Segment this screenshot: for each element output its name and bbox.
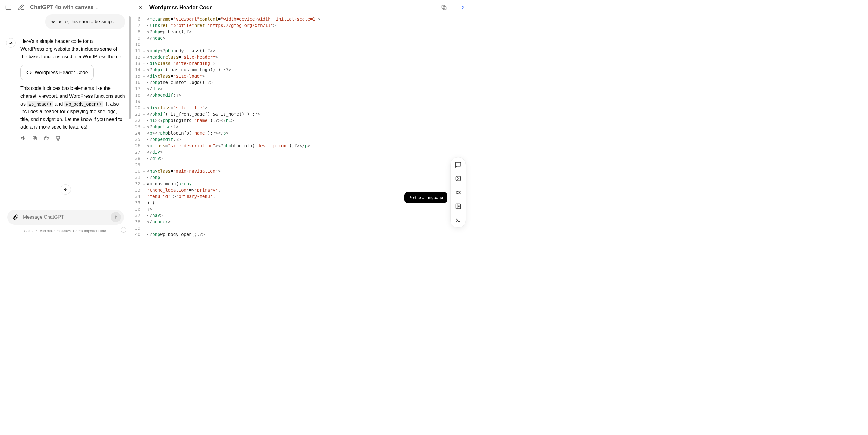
canvas-help-badge[interactable]: ?	[460, 5, 465, 10]
inline-code-1: wp_head()	[27, 101, 53, 107]
sidebar-toggle-icon[interactable]	[5, 4, 12, 11]
svg-rect-0	[6, 5, 11, 10]
conversation-scroll[interactable]: website; this should be simple Here's a …	[0, 14, 131, 210]
assistant-followup: This code includes basic elements like t…	[21, 84, 125, 131]
bug-icon[interactable]	[455, 189, 462, 196]
model-picker[interactable]: ChatGPT 4o with canvas ⌄	[30, 4, 99, 10]
close-canvas-button[interactable]	[138, 4, 144, 10]
chevron-down-icon: ⌄	[95, 5, 99, 10]
copy-icon[interactable]	[32, 135, 38, 141]
inline-code-2: wp_body_open()	[64, 101, 103, 107]
message-input[interactable]	[23, 214, 108, 220]
canvas-toolbar	[450, 157, 466, 228]
copy-canvas-button[interactable]	[441, 4, 447, 11]
assistant-message: Here's a simple header code for a WordPr…	[6, 37, 125, 141]
artifact-chip-label: Wordpress Header Code	[35, 69, 88, 77]
new-chat-icon[interactable]	[18, 4, 25, 11]
scroll-to-bottom-button[interactable]	[61, 184, 71, 195]
model-label: ChatGPT 4o with canvas	[30, 4, 93, 10]
svg-marker-3	[22, 137, 24, 140]
svg-line-21	[460, 191, 461, 192]
canvas-header: Wordpress Header Code ?	[131, 0, 472, 15]
read-aloud-icon[interactable]	[21, 135, 27, 141]
scrollbar-thumb[interactable]	[129, 16, 130, 119]
code-icon	[26, 70, 32, 76]
logs-icon[interactable]	[455, 175, 462, 182]
send-button[interactable]	[111, 212, 121, 222]
thumbs-up-icon[interactable]	[43, 135, 50, 141]
code-editor[interactable]: 67891011⌄12⌄13⌄14⌄15⌄1617181920⌄21⌄2223⌄…	[131, 15, 472, 237]
conversation-scrollbar[interactable]	[128, 16, 131, 201]
svg-line-18	[456, 191, 457, 192]
composer	[7, 210, 124, 225]
svg-point-15	[457, 191, 459, 194]
canvas-title: Wordpress Header Code	[150, 4, 213, 11]
artifact-chip[interactable]: Wordpress Header Code	[21, 65, 94, 81]
svg-point-2	[10, 42, 12, 44]
svg-line-19	[460, 193, 461, 194]
thumbs-down-icon[interactable]	[55, 135, 61, 141]
port-language-icon[interactable]	[455, 203, 462, 210]
line-number-gutter: 67891011⌄12⌄13⌄14⌄15⌄1617181920⌄21⌄2223⌄…	[135, 15, 147, 237]
code-content[interactable]: <meta name="viewport" content="width=dev…	[147, 15, 472, 237]
svg-line-20	[456, 193, 457, 194]
help-button[interactable]: ?	[121, 227, 126, 233]
assistant-intro: Here's a simple header code for a WordPr…	[21, 37, 125, 61]
assistant-avatar	[6, 38, 16, 48]
disclaimer-text: ChatGPT can make mistakes. Check importa…	[24, 229, 107, 233]
attach-button[interactable]	[10, 212, 21, 222]
port-language-tooltip: Port to a language	[404, 192, 447, 203]
user-message: website; this should be simple	[45, 14, 125, 29]
comment-icon[interactable]	[455, 161, 462, 168]
terminal-icon[interactable]	[455, 216, 462, 224]
header-bar: ChatGPT 4o with canvas ⌄	[0, 0, 131, 14]
feedback-row	[21, 135, 125, 141]
